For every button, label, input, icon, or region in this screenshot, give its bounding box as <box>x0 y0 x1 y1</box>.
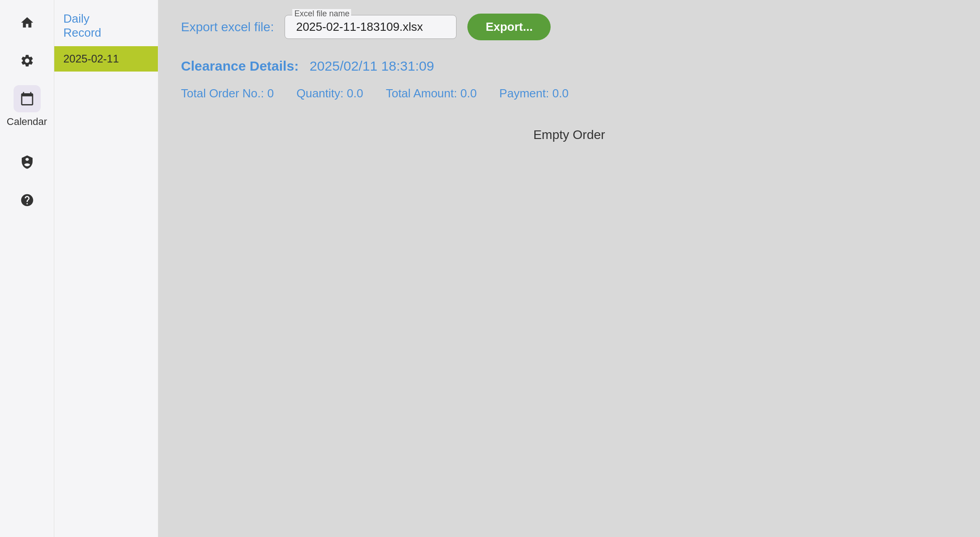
total-amount-label: Total Amount: <box>386 86 457 100</box>
calendar-label: Calendar <box>7 116 47 128</box>
empty-order: Empty Order <box>181 128 957 142</box>
sidebar-item-help[interactable] <box>0 187 54 217</box>
quantity-label: Quantity: <box>296 86 343 100</box>
quantity-stat: Quantity: 0.0 <box>296 86 363 101</box>
stats-row: Total Order No.: 0 Quantity: 0.0 Total A… <box>181 86 957 101</box>
clearance-label: Clearance Details: <box>181 58 299 74</box>
total-amount-stat: Total Amount: 0.0 <box>386 86 477 101</box>
clearance-datetime: 2025/02/11 18:31:09 <box>309 58 434 74</box>
total-order-stat: Total Order No.: 0 <box>181 86 274 101</box>
payment-label: Payment: <box>500 86 549 100</box>
sidebar-item-shield[interactable] <box>0 149 54 179</box>
sidebar-item-calendar[interactable]: Calendar <box>0 85 54 141</box>
file-name-wrapper: Excel file name 2025-02-11-183109.xlsx <box>285 15 457 39</box>
date-item[interactable]: 2025-02-11 <box>54 46 158 72</box>
payment-stat: Payment: 0.0 <box>500 86 569 101</box>
daily-record-label[interactable]: Daily Record <box>54 7 158 44</box>
sidebar: Calendar <box>0 0 54 537</box>
sidebar-item-settings[interactable] <box>0 47 54 78</box>
export-label: Export excel file: <box>181 20 274 34</box>
clearance-row: Clearance Details: 2025/02/11 18:31:09 <box>181 58 957 74</box>
main-content: Export excel file: Excel file name 2025-… <box>158 0 980 537</box>
quantity-value: 0.0 <box>347 86 363 100</box>
help-icon[interactable] <box>14 187 41 214</box>
total-amount-value: 0.0 <box>460 86 476 100</box>
home-icon[interactable] <box>14 9 41 36</box>
file-name-legend: Excel file name <box>292 9 351 19</box>
payment-value: 0.0 <box>552 86 569 100</box>
export-row: Export excel file: Excel file name 2025-… <box>181 14 957 40</box>
export-button[interactable]: Export... <box>467 14 551 40</box>
left-panel: Daily Record 2025-02-11 <box>54 0 158 537</box>
calendar-icon <box>20 91 34 106</box>
settings-icon[interactable] <box>14 47 41 74</box>
calendar-icon-wrapper[interactable] <box>14 85 41 112</box>
total-order-label: Total Order No.: <box>181 86 264 100</box>
total-order-value: 0 <box>267 86 274 100</box>
file-name-value: 2025-02-11-183109.xlsx <box>296 20 423 34</box>
sidebar-item-home[interactable] <box>0 9 54 40</box>
shield-icon[interactable] <box>14 149 41 176</box>
